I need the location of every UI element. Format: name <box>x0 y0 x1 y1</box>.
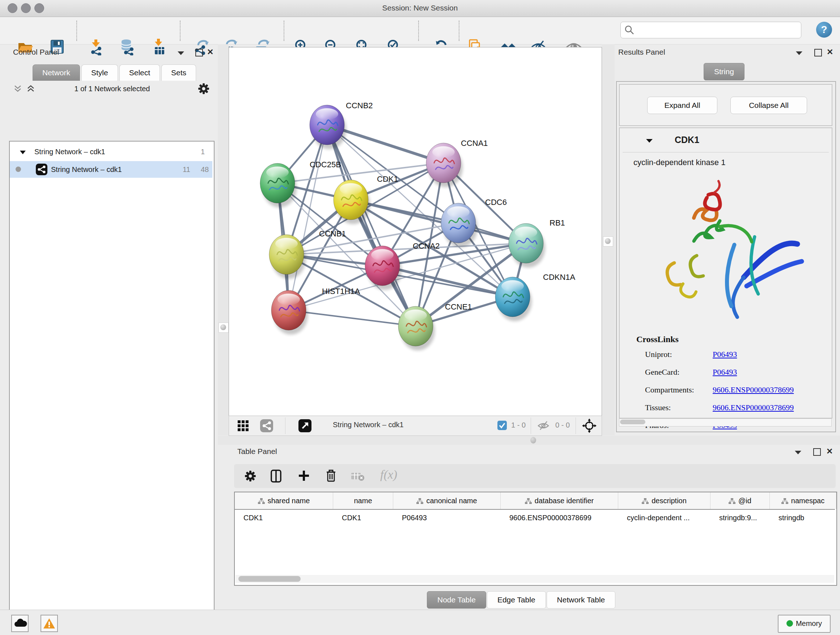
tab-network-table[interactable]: Network Table <box>546 591 616 608</box>
control-panel-collapse-icon[interactable] <box>177 51 185 56</box>
network-row-selected[interactable]: String Network – cdk1 11 48 <box>10 161 212 178</box>
detach-view-icon[interactable] <box>298 419 311 432</box>
add-column-icon[interactable] <box>298 470 310 482</box>
column-header-name[interactable]: name <box>333 492 393 509</box>
search-input[interactable] <box>637 24 797 36</box>
selected-checkbox-icon[interactable] <box>497 421 507 430</box>
window-title: Session: New Session <box>0 4 840 12</box>
crosslink-link[interactable]: 9606.ENSP00000378699 <box>713 403 794 412</box>
node-label-CCNA1: CCNA1 <box>461 139 488 148</box>
results-scrollbar-thumb[interactable] <box>620 420 645 424</box>
crosslink-link[interactable]: P06493 <box>713 350 737 359</box>
table-panel-title: Table Panel <box>237 447 277 456</box>
node-label-HIST1H1A: HIST1H1A <box>322 287 360 296</box>
table-cell[interactable]: stringdb:9... <box>719 510 767 526</box>
node-CDK1[interactable]: CDK1 <box>333 174 398 224</box>
memory-status-dot-icon <box>786 620 793 627</box>
crosslink-link[interactable]: 9606.ENSP00000378699 <box>713 385 794 394</box>
node-CCNE1[interactable]: CCNE1 <box>398 302 472 350</box>
node-table[interactable]: shared namenamecanonical namedatabase id… <box>234 492 837 586</box>
table-cell[interactable]: P06493 <box>402 510 499 526</box>
crosslink-row: GeneCard:P06493 <box>645 367 826 377</box>
network-options-gear-icon[interactable] <box>197 82 210 95</box>
delete-column-trash-icon[interactable] <box>325 469 337 483</box>
table-cell[interactable]: CDK1 <box>342 510 391 526</box>
node-CCNB2[interactable]: CCNB2 <box>309 101 373 149</box>
table-panel-float-icon[interactable] <box>813 448 821 456</box>
node-CDKN1A[interactable]: CDKN1A <box>495 272 576 321</box>
node-label-CCNB2: CCNB2 <box>346 101 373 110</box>
results-panel-close-icon[interactable]: ✕ <box>827 48 833 57</box>
control-panel-close-icon[interactable]: ✕ <box>207 48 213 57</box>
crosslink-label: Tissues: <box>645 403 671 412</box>
collapse-all-icon[interactable] <box>14 85 22 93</box>
table-panel-collapse-icon[interactable] <box>794 450 802 455</box>
node-CDC6[interactable]: CDC6 <box>441 198 507 247</box>
title-bar: Session: New Session <box>0 0 840 17</box>
tab-network[interactable]: Network <box>33 65 80 81</box>
warning-button[interactable] <box>41 615 58 632</box>
table-cell[interactable]: CDK1 <box>243 510 331 526</box>
node-label-CCNB1: CCNB1 <box>319 229 346 238</box>
result-expander-icon[interactable] <box>646 138 653 143</box>
network-canvas[interactable]: CCNB2CCNA1CDC25BCDK1CDC6RB1CCNB1CCNA2CDK… <box>229 47 602 416</box>
help-icon[interactable]: ? <box>816 22 832 38</box>
cloud-icon <box>13 616 27 631</box>
table-cell[interactable]: 9606.ENSP00000378699 <box>509 510 616 526</box>
node-RB1[interactable]: RB1 <box>508 218 565 268</box>
column-header-database-identifier[interactable]: database identifier <box>501 492 618 509</box>
column-header-@id[interactable]: @id <box>711 492 770 509</box>
right-splitter-handle[interactable] <box>603 236 613 247</box>
control-panel-float-icon[interactable] <box>195 49 203 57</box>
toolbar-separator <box>180 21 180 41</box>
tab-node-table[interactable]: Node Table <box>427 591 486 608</box>
network-share-icon[interactable] <box>260 419 273 432</box>
bottom-splitter-handle[interactable] <box>531 437 536 443</box>
bottom-splitter[interactable] <box>218 435 840 445</box>
column-header-description[interactable]: description <box>618 492 711 509</box>
node-CCNA1[interactable]: CCNA1 <box>426 139 488 187</box>
network-view-title: String Network – cdk1 <box>333 421 404 429</box>
main-toolbar: ? <box>0 17 840 44</box>
cloud-button[interactable] <box>11 615 28 632</box>
collection-expander-icon[interactable] <box>20 150 26 155</box>
node-HIST1H1A[interactable]: HIST1H1A <box>271 287 360 334</box>
network-collection-row[interactable]: String Network – cdk1 1 <box>10 144 212 161</box>
show-columns-icon[interactable] <box>270 469 282 483</box>
expand-all-icon[interactable] <box>27 85 35 93</box>
collection-label: String Network – cdk1 <box>34 148 105 156</box>
results-panel-float-icon[interactable] <box>814 49 822 57</box>
birdseye-crosshair-icon[interactable] <box>582 418 597 433</box>
results-tab-string[interactable]: String <box>704 63 745 80</box>
tab-sets[interactable]: Sets <box>161 65 196 81</box>
table-cell[interactable]: stringdb <box>778 510 834 526</box>
column-header-canonical-name[interactable]: canonical name <box>393 492 501 509</box>
results-panel-collapse-icon[interactable] <box>796 51 803 56</box>
left-splitter-handle[interactable] <box>218 323 229 333</box>
crosslink-link[interactable]: P06493 <box>713 367 737 377</box>
hidden-eye-slash-icon <box>537 421 549 431</box>
results-panel-title: Results Panel <box>618 48 665 57</box>
expand-all-button[interactable]: Expand All <box>647 97 717 114</box>
results-scrollbar-track[interactable] <box>619 418 832 426</box>
table-scrollbar-track[interactable] <box>235 575 834 583</box>
column-header-shared-name[interactable]: shared name <box>235 492 333 509</box>
table-scrollbar-thumb[interactable] <box>238 576 301 582</box>
tab-select[interactable]: Select <box>119 65 160 81</box>
table-cell[interactable]: cyclin-dependent ... <box>627 510 708 526</box>
collapse-all-button[interactable]: Collapse All <box>730 97 807 114</box>
grid-view-icon[interactable] <box>238 420 248 431</box>
search-box <box>621 22 801 38</box>
current-network-dot-icon <box>16 166 21 172</box>
column-header-namespac[interactable]: namespac <box>770 492 836 509</box>
tab-style[interactable]: Style <box>81 65 118 81</box>
tab-edge-table[interactable]: Edge Table <box>487 591 546 608</box>
crosslinks-title: CrossLinks <box>636 334 679 344</box>
node-CDC25B[interactable]: CDC25B <box>260 160 341 207</box>
collection-count: 1 <box>201 148 205 156</box>
left-splitter[interactable] <box>218 44 229 435</box>
table-panel-close-icon[interactable]: ✕ <box>826 447 833 456</box>
crosslink-row: Uniprot:P06493 <box>645 350 826 359</box>
table-options-gear-icon[interactable] <box>244 470 256 482</box>
memory-button[interactable]: Memory <box>778 615 831 633</box>
